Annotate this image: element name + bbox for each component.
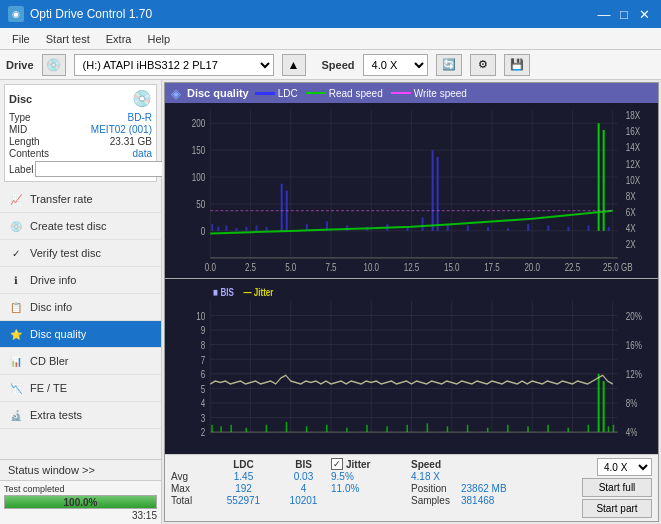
upper-chart: 200 150 100 50 0 18X 16X 14X 12X 10X 8X … bbox=[165, 103, 658, 279]
stats-header-bis: BIS bbox=[276, 459, 331, 470]
start-full-button[interactable]: Start full bbox=[582, 478, 652, 497]
status-time: 33:15 bbox=[4, 510, 157, 521]
menu-file[interactable]: File bbox=[4, 31, 38, 47]
svg-rect-68 bbox=[588, 226, 590, 231]
speed-select-bottom[interactable]: 4.0 X bbox=[597, 458, 652, 476]
stats-avg-jitter: 9.5% bbox=[331, 471, 411, 482]
fe-te-icon: 📉 bbox=[8, 380, 24, 396]
extra-tests-icon: 🔬 bbox=[8, 407, 24, 423]
sidebar-item-cd-bler[interactable]: 📊 CD Bler bbox=[0, 348, 161, 375]
chart-header-icon: ◈ bbox=[171, 86, 181, 101]
stats-position-label: Position bbox=[411, 483, 461, 494]
minimize-button[interactable]: — bbox=[595, 5, 613, 23]
svg-text:200: 200 bbox=[192, 117, 205, 129]
sidebar-item-transfer-rate[interactable]: 📈 Transfer rate bbox=[0, 186, 161, 213]
start-part-button[interactable]: Start part bbox=[582, 499, 652, 518]
menu-start-test[interactable]: Start test bbox=[38, 31, 98, 47]
stats-avg-label: Avg bbox=[171, 471, 211, 482]
disc-icon: 💿 bbox=[132, 89, 152, 108]
action-buttons-area: 4.0 X Start full Start part bbox=[582, 458, 652, 518]
sidebar-item-extra-tests[interactable]: 🔬 Extra tests bbox=[0, 402, 161, 429]
stats-header-speed: Speed bbox=[411, 459, 491, 470]
legend-read-speed-label: Read speed bbox=[329, 88, 383, 99]
sidebar-item-disc-info[interactable]: 📋 Disc info bbox=[0, 294, 161, 321]
svg-text:2.5: 2.5 bbox=[245, 261, 256, 273]
svg-rect-109 bbox=[211, 425, 213, 432]
upper-chart-svg: 200 150 100 50 0 18X 16X 14X 12X 10X 8X … bbox=[165, 103, 658, 278]
config-button[interactable]: ⚙ bbox=[470, 54, 496, 76]
chart-container: ◈ Disc quality LDC Read speed Write spee… bbox=[164, 82, 659, 522]
eject-button[interactable]: ▲ bbox=[282, 54, 306, 76]
menu-extra[interactable]: Extra bbox=[98, 31, 140, 47]
svg-rect-119 bbox=[386, 426, 388, 432]
maximize-button[interactable]: □ bbox=[615, 5, 633, 23]
disc-label-key: Label bbox=[9, 164, 33, 175]
menu-help[interactable]: Help bbox=[139, 31, 178, 47]
sidebar-item-create-test-disc[interactable]: 💿 Create test disc bbox=[0, 213, 161, 240]
sidebar-item-disc-quality[interactable]: ⭐ Disc quality bbox=[0, 321, 161, 348]
close-button[interactable]: ✕ bbox=[635, 5, 653, 23]
stats-area: LDC BIS ✓ Jitter Speed Avg 1.45 0.03 9.5… bbox=[165, 454, 658, 521]
drive-select[interactable]: (H:) ATAPI iHBS312 2 PL17 bbox=[74, 54, 274, 76]
svg-text:15.0: 15.0 bbox=[444, 261, 460, 273]
svg-rect-49 bbox=[266, 227, 268, 231]
disc-label-input[interactable] bbox=[35, 161, 168, 177]
svg-rect-69 bbox=[598, 123, 600, 231]
chart-header: ◈ Disc quality LDC Read speed Write spee… bbox=[165, 83, 658, 103]
svg-text:— Jitter: — Jitter bbox=[243, 286, 273, 299]
sidebar-label-disc-quality: Disc quality bbox=[30, 328, 86, 340]
sidebar-item-drive-info[interactable]: ℹ Drive info bbox=[0, 267, 161, 294]
lower-chart-svg: ■ BIS — Jitter bbox=[165, 279, 658, 454]
svg-rect-48 bbox=[256, 226, 258, 231]
verify-test-disc-icon: ✓ bbox=[8, 245, 24, 261]
transfer-rate-icon: 📈 bbox=[8, 191, 24, 207]
svg-rect-124 bbox=[487, 428, 489, 432]
sidebar-item-fe-te[interactable]: 📉 FE / TE bbox=[0, 375, 161, 402]
drivebar: Drive 💿 (H:) ATAPI iHBS312 2 PL17 ▲ Spee… bbox=[0, 50, 661, 80]
svg-rect-129 bbox=[588, 425, 590, 432]
save-button[interactable]: 💾 bbox=[504, 54, 530, 76]
charts-wrapper: 200 150 100 50 0 18X 16X 14X 12X 10X 8X … bbox=[165, 103, 658, 454]
svg-rect-110 bbox=[220, 426, 222, 432]
disc-quality-icon: ⭐ bbox=[8, 326, 24, 342]
speed-select[interactable]: 4.0 X bbox=[363, 54, 428, 76]
sidebar-item-verify-test-disc[interactable]: ✓ Verify test disc bbox=[0, 240, 161, 267]
app-title: Opti Drive Control 1.70 bbox=[30, 7, 152, 21]
nav-items: 📈 Transfer rate 💿 Create test disc ✓ Ver… bbox=[0, 186, 161, 459]
svg-rect-126 bbox=[527, 426, 529, 432]
svg-text:16%: 16% bbox=[626, 339, 642, 352]
svg-rect-44 bbox=[217, 227, 219, 231]
drive-icon: 💿 bbox=[42, 54, 66, 76]
svg-text:25.0 GB: 25.0 GB bbox=[603, 261, 633, 273]
svg-rect-58 bbox=[422, 217, 424, 230]
svg-rect-113 bbox=[266, 425, 268, 432]
sidebar-label-cd-bler: CD Bler bbox=[30, 355, 69, 367]
cd-bler-icon: 📊 bbox=[8, 353, 24, 369]
legend-read-speed: Read speed bbox=[306, 88, 383, 99]
svg-rect-45 bbox=[225, 226, 227, 231]
refresh-button[interactable]: 🔄 bbox=[436, 54, 462, 76]
svg-rect-116 bbox=[326, 425, 328, 432]
jitter-checkbox[interactable]: ✓ bbox=[331, 458, 343, 470]
drive-info-icon: ℹ bbox=[8, 272, 24, 288]
disc-panel-title: Disc bbox=[9, 93, 32, 105]
sidebar-label-create-test-disc: Create test disc bbox=[30, 220, 106, 232]
stats-max-jitter: 11.0% bbox=[331, 483, 411, 494]
svg-rect-47 bbox=[245, 227, 247, 231]
lower-chart: ■ BIS — Jitter bbox=[165, 279, 658, 454]
chart-legend: LDC Read speed Write speed bbox=[255, 88, 467, 99]
disc-length-label: Length bbox=[9, 136, 40, 147]
titlebar: ◉ Opti Drive Control 1.70 — □ ✕ bbox=[0, 0, 661, 28]
svg-rect-120 bbox=[406, 425, 408, 432]
svg-rect-125 bbox=[507, 425, 509, 432]
svg-rect-59 bbox=[432, 150, 434, 231]
svg-rect-64 bbox=[507, 228, 509, 231]
svg-rect-115 bbox=[306, 426, 308, 432]
sidebar-label-drive-info: Drive info bbox=[30, 274, 76, 286]
svg-text:16X: 16X bbox=[626, 125, 641, 137]
status-window-button[interactable]: Status window >> bbox=[0, 460, 161, 481]
svg-text:14X: 14X bbox=[626, 141, 641, 153]
svg-text:6X: 6X bbox=[626, 206, 636, 218]
svg-text:50: 50 bbox=[196, 198, 205, 210]
svg-rect-121 bbox=[427, 423, 429, 432]
